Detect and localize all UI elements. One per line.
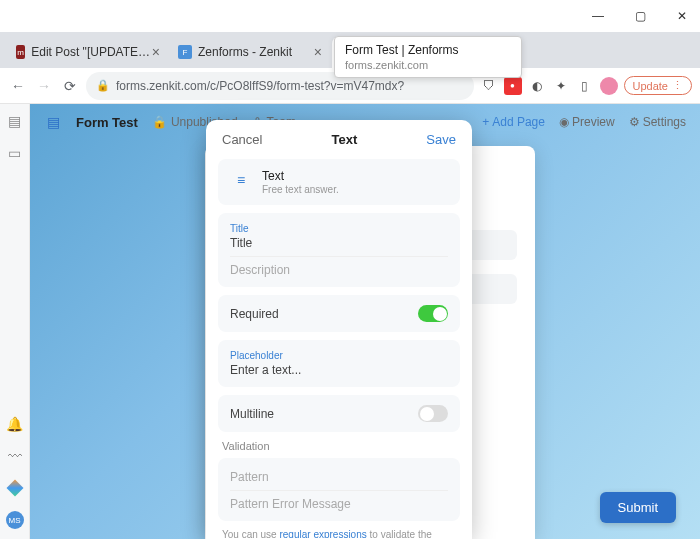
field-type-desc: Free text answer. [262, 184, 339, 195]
bookmark-icon[interactable]: ▯ [576, 77, 594, 95]
pattern-card: Pattern Pattern Error Message [218, 458, 460, 521]
window-titlebar: — ▢ ✕ [0, 0, 700, 32]
modal-title: Text [332, 132, 358, 147]
url-text: forms.zenkit.com/c/PcO8lffS9/form-test?v… [116, 79, 404, 93]
update-button[interactable]: Update⋮ [624, 76, 692, 95]
user-avatar[interactable]: MS [6, 511, 24, 529]
form-icon: ▤ [44, 113, 62, 131]
tooltip-title: Form Test | Zenforms [345, 43, 511, 57]
window-minimize-button[interactable]: — [584, 2, 612, 30]
field-settings-modal: Cancel Text Save ≡ Text Free text answer… [206, 120, 472, 539]
folder-icon[interactable]: ▭ [6, 144, 24, 162]
apps-icon[interactable] [6, 479, 24, 497]
tab-tooltip: Form Test | Zenforms forms.zenkit.com [334, 36, 522, 78]
title-input[interactable]: Title [230, 236, 448, 250]
placeholder-card: Placeholder Enter a text... [218, 340, 460, 387]
required-toggle[interactable] [418, 305, 448, 322]
form-title[interactable]: Form Test [76, 115, 138, 130]
ext-icon[interactable]: ◐ [528, 77, 546, 95]
multiline-row: Multiline [218, 395, 460, 432]
favicon-icon: F [178, 45, 192, 59]
tooltip-subtitle: forms.zenkit.com [345, 59, 511, 71]
pattern-error-input[interactable]: Pattern Error Message [230, 497, 448, 511]
eye-icon: ◉ [559, 115, 569, 129]
shield-icon[interactable]: ⛉ [480, 77, 498, 95]
title-label: Title [230, 223, 448, 234]
save-button[interactable]: Save [426, 132, 456, 147]
text-icon: ≡ [230, 169, 252, 191]
field-type-name: Text [262, 169, 339, 183]
multiline-label: Multiline [230, 407, 274, 421]
favicon-icon: m [16, 45, 25, 59]
lock-icon: 🔒 [96, 79, 110, 92]
reload-button[interactable]: ⟳ [60, 76, 80, 96]
multiline-toggle[interactable] [418, 405, 448, 422]
tab-title: Edit Post "[UPDATE] 6 Free Altern [31, 45, 152, 59]
browser-tab[interactable]: m Edit Post "[UPDATE] 6 Free Altern × [8, 36, 168, 68]
activity-icon[interactable]: 〰 [6, 447, 24, 465]
tab-title: Zenforms - Zenkit [198, 45, 292, 59]
add-page-button[interactable]: +Add Page [482, 115, 545, 129]
placeholder-input[interactable]: Enter a text... [230, 363, 448, 377]
required-label: Required [230, 307, 279, 321]
submit-button[interactable]: Submit [600, 492, 676, 523]
description-input[interactable]: Description [230, 263, 448, 277]
lock-icon: 🔒 [152, 115, 167, 129]
validation-hint: You can use regular expressions to valid… [222, 529, 456, 538]
extension-area: ⛉ ● ◐ ✦ ▯ Update⋮ [480, 76, 692, 95]
close-icon[interactable]: × [152, 44, 160, 60]
field-type-card[interactable]: ≡ Text Free text answer. [218, 159, 460, 205]
window-close-button[interactable]: ✕ [668, 2, 696, 30]
forms-icon[interactable]: ▤ [6, 112, 24, 130]
required-row: Required [218, 295, 460, 332]
browser-tab[interactable]: F Zenforms - Zenkit × [170, 36, 330, 68]
modal-header: Cancel Text Save [206, 120, 472, 159]
modal-body: ≡ Text Free text answer. Title Title Des… [206, 159, 472, 538]
regex-link[interactable]: regular expressions [279, 529, 366, 538]
pattern-input[interactable]: Pattern [230, 470, 448, 484]
validation-section-label: Validation [222, 440, 456, 452]
extensions-icon[interactable]: ✦ [552, 77, 570, 95]
bell-icon[interactable]: 🔔 [6, 415, 24, 433]
close-icon[interactable]: × [314, 44, 322, 60]
placeholder-label: Placeholder [230, 350, 448, 361]
gear-icon: ⚙ [629, 115, 640, 129]
app-left-rail: ▤ ▭ 🔔 〰 MS [0, 104, 30, 539]
ext-icon[interactable]: ● [504, 77, 522, 95]
preview-button[interactable]: ◉Preview [559, 115, 615, 129]
field-title-card: Title Title Description [218, 213, 460, 287]
settings-button[interactable]: ⚙Settings [629, 115, 686, 129]
profile-avatar[interactable] [600, 77, 618, 95]
back-button[interactable]: ← [8, 76, 28, 96]
cancel-button[interactable]: Cancel [222, 132, 262, 147]
window-maximize-button[interactable]: ▢ [626, 2, 654, 30]
forward-button[interactable]: → [34, 76, 54, 96]
plus-icon: + [482, 115, 489, 129]
